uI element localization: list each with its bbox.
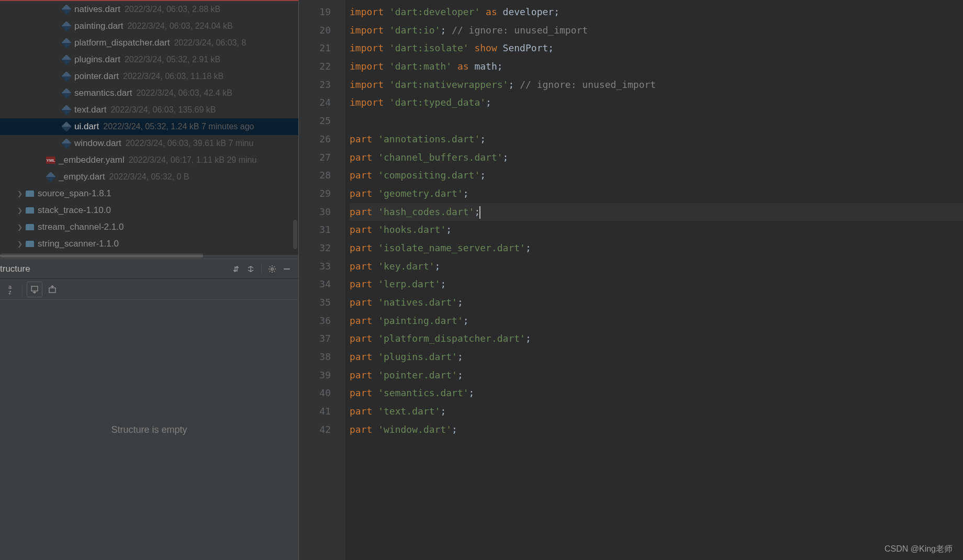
sort-alpha-icon[interactable]: az	[2, 282, 18, 297]
package-stack_trace-1.10.0[interactable]: ❯stack_trace-1.10.0	[0, 202, 298, 219]
file-pointer.dart[interactable]: pointer.dart2022/3/24, 06:03, 11.18 kB	[0, 68, 298, 85]
project-sidebar: natives.dart2022/3/24, 06:03, 2.88 kBpai…	[0, 0, 298, 560]
code-line-29[interactable]: part 'geometry.dart';	[350, 185, 963, 203]
file-ui.dart[interactable]: ui.dart2022/3/24, 05:32, 1.24 kB 7 minut…	[0, 118, 298, 135]
file-_empty.dart[interactable]: _empty.dart2022/3/24, 05:32, 0 B	[0, 169, 298, 185]
line-number[interactable]: 40	[299, 384, 331, 402]
line-number[interactable]: 25	[299, 112, 331, 130]
code-line-32[interactable]: part 'isolate_name_server.dart';	[350, 239, 963, 257]
dart-file-icon	[62, 105, 71, 115]
expand-all-icon[interactable]	[229, 262, 243, 276]
line-number[interactable]: 36	[299, 312, 331, 330]
file-name: ui.dart	[74, 121, 99, 132]
line-number[interactable]: 32	[299, 239, 331, 257]
code-line-22[interactable]: import 'dart:math' as math;	[350, 58, 963, 76]
code-line-30[interactable]: part 'hash_codes.dart';	[350, 203, 963, 221]
svg-point-0	[271, 267, 273, 270]
line-number[interactable]: 37	[299, 330, 331, 348]
line-number[interactable]: 27	[299, 149, 331, 167]
autoscroll-to-source-icon[interactable]	[27, 282, 42, 297]
file-name: platform_dispatcher.dart	[74, 38, 170, 48]
file-name: _empty.dart	[59, 172, 105, 182]
tree-vertical-scrollbar-thumb[interactable]	[293, 220, 297, 249]
line-number[interactable]: 38	[299, 348, 331, 366]
line-number[interactable]: 35	[299, 294, 331, 312]
folder-icon	[25, 239, 35, 249]
folder-icon	[25, 222, 35, 232]
line-number[interactable]: 31	[299, 221, 331, 239]
line-number[interactable]: 28	[299, 166, 331, 185]
line-number[interactable]: 20	[299, 21, 331, 40]
code-line-37[interactable]: part 'platform_dispatcher.dart';	[350, 330, 963, 348]
chevron-right-icon: ❯	[15, 207, 25, 214]
file-window.dart[interactable]: window.dart2022/3/24, 06:03, 39.61 kB 7 …	[0, 135, 298, 152]
line-number[interactable]: 29	[299, 185, 331, 203]
line-number[interactable]: 39	[299, 366, 331, 385]
package-stream_channel-2.1.0[interactable]: ❯stream_channel-2.1.0	[0, 219, 298, 236]
code-line-24[interactable]: import 'dart:typed_data';	[350, 94, 963, 112]
file-name: plugins.dart	[74, 54, 120, 65]
line-number[interactable]: 19	[299, 3, 331, 21]
package-string_scanner-1.1.0[interactable]: ❯string_scanner-1.1.0	[0, 236, 298, 252]
file-name: painting.dart	[74, 21, 124, 31]
dart-file-icon	[62, 55, 71, 64]
line-number[interactable]: 21	[299, 39, 331, 58]
dart-file-icon	[62, 5, 71, 14]
file-semantics.dart[interactable]: semantics.dart2022/3/24, 06:03, 42.4 kB	[0, 85, 298, 102]
package-source_span-1.8.1[interactable]: ❯source_span-1.8.1	[0, 185, 298, 202]
line-number[interactable]: 33	[299, 257, 331, 276]
code-line-40[interactable]: part 'semantics.dart';	[350, 384, 963, 402]
code-line-42[interactable]: part 'window.dart';	[350, 421, 963, 439]
code-line-41[interactable]: part 'text.dart';	[350, 402, 963, 421]
code-line-27[interactable]: part 'channel_buffers.dart';	[350, 149, 963, 167]
file-name: text.dart	[74, 105, 106, 115]
file-tree[interactable]: natives.dart2022/3/24, 06:03, 2.88 kBpai…	[0, 0, 298, 252]
yaml-file-icon: YML	[46, 155, 55, 165]
code-line-26[interactable]: part 'annotations.dart';	[350, 130, 963, 149]
file-_embedder.yaml[interactable]: YML_embedder.yaml2022/3/24, 06:17, 1.11 …	[0, 152, 298, 169]
file-plugins.dart[interactable]: plugins.dart2022/3/24, 05:32, 2.91 kB	[0, 51, 298, 68]
file-name: pointer.dart	[74, 71, 119, 82]
line-number[interactable]: 30	[299, 203, 331, 221]
dart-file-icon	[46, 172, 55, 182]
code-line-19[interactable]: import 'dart:developer' as developer;	[350, 3, 963, 21]
code-line-23[interactable]: import 'dart:nativewrappers'; // ignore:…	[350, 76, 963, 94]
code-line-39[interactable]: part 'pointer.dart';	[350, 366, 963, 385]
line-number[interactable]: 26	[299, 130, 331, 149]
structure-toolbar: az	[0, 279, 298, 300]
file-meta: 2022/3/24, 06:03, 8	[174, 38, 246, 48]
code-line-20[interactable]: import 'dart:io'; // ignore: unused_impo…	[350, 21, 963, 40]
code-editor[interactable]: 1920212223242526272829303132333435363738…	[298, 0, 963, 560]
code-line-38[interactable]: part 'plugins.dart';	[350, 348, 963, 366]
autoscroll-from-source-icon[interactable]	[44, 282, 60, 297]
line-number[interactable]: 34	[299, 275, 331, 294]
collapse-all-icon[interactable]	[243, 262, 258, 276]
gear-icon[interactable]	[265, 262, 279, 276]
code-area[interactable]: import 'dart:developer' as developer;imp…	[345, 0, 963, 560]
code-line-36[interactable]: part 'painting.dart';	[350, 312, 963, 330]
structure-empty-message: Structure is empty	[0, 300, 298, 560]
code-line-31[interactable]: part 'hooks.dart';	[350, 221, 963, 239]
code-line-21[interactable]: import 'dart:isolate' show SendPort;	[350, 39, 963, 58]
file-text.dart[interactable]: text.dart2022/3/24, 06:03, 135.69 kB	[0, 102, 298, 118]
file-natives.dart[interactable]: natives.dart2022/3/24, 06:03, 2.88 kB	[0, 1, 298, 18]
tree-horizontal-scrollbar[interactable]	[0, 252, 298, 259]
code-line-35[interactable]: part 'natives.dart';	[350, 294, 963, 312]
line-number[interactable]: 23	[299, 76, 331, 94]
line-number[interactable]: 42	[299, 421, 331, 439]
line-number[interactable]: 41	[299, 402, 331, 421]
structure-panel: tructure az	[0, 259, 298, 560]
code-line-28[interactable]: part 'compositing.dart';	[350, 166, 963, 185]
minimize-icon[interactable]	[279, 262, 294, 276]
line-number[interactable]: 24	[299, 94, 331, 112]
file-name: _embedder.yaml	[59, 155, 125, 165]
file-platform_dispatcher.dart[interactable]: platform_dispatcher.dart2022/3/24, 06:03…	[0, 35, 298, 51]
code-line-34[interactable]: part 'lerp.dart';	[350, 275, 963, 294]
line-number-gutter[interactable]: 1920212223242526272829303132333435363738…	[298, 0, 345, 560]
scrollbar-thumb[interactable]	[0, 253, 203, 257]
line-number[interactable]: 22	[299, 58, 331, 76]
file-painting.dart[interactable]: painting.dart2022/3/24, 06:03, 224.04 kB	[0, 18, 298, 35]
file-meta: 2022/3/24, 05:32, 0 B	[109, 172, 189, 182]
code-line-25[interactable]	[350, 112, 963, 130]
code-line-33[interactable]: part 'key.dart';	[350, 257, 963, 276]
